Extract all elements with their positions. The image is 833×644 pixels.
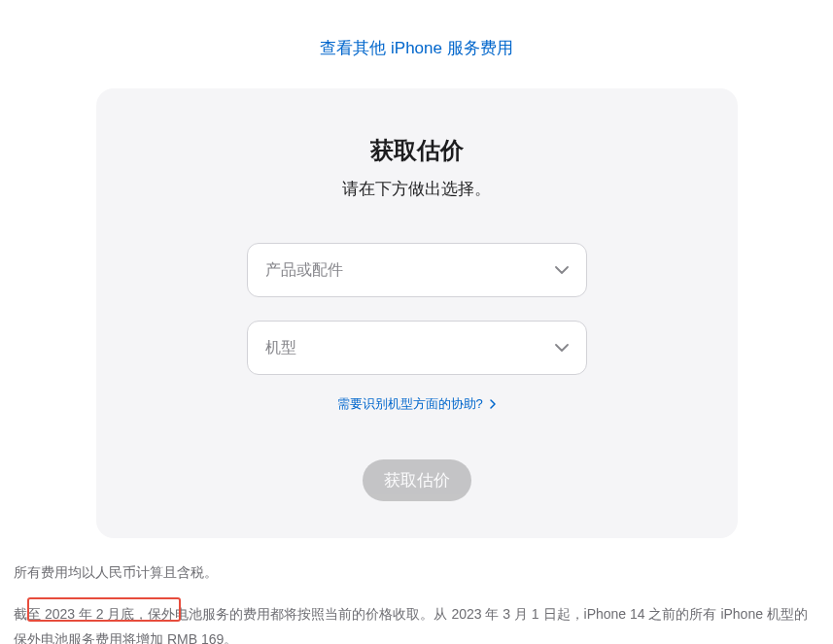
estimate-card: 获取估价 请在下方做出选择。 产品或配件 机型 需要识别机型方面的协助?	[96, 88, 738, 538]
chevron-down-icon	[555, 266, 569, 274]
chevron-down-icon	[555, 344, 569, 352]
card-title: 获取估价	[135, 135, 699, 166]
other-iphone-service-link[interactable]: 查看其他 iPhone 服务费用	[320, 39, 512, 57]
model-select[interactable]: 机型	[247, 321, 587, 375]
model-select-placeholder: 机型	[265, 338, 296, 358]
help-link-wrap: 需要识别机型方面的协助?	[135, 394, 699, 413]
get-estimate-button[interactable]: 获取估价	[363, 459, 471, 501]
footer-text-2: 截至 2023 年 2 月底，保外电池服务的费用都将按照当前的价格收取。从 20…	[10, 601, 823, 644]
product-select-wrap: 产品或配件	[247, 243, 587, 297]
top-link: 查看其他 iPhone 服务费用	[10, 0, 823, 88]
footer-text-1: 所有费用均以人民币计算且含税。	[10, 559, 823, 586]
product-select[interactable]: 产品或配件	[247, 243, 587, 297]
product-select-placeholder: 产品或配件	[265, 260, 343, 281]
card-subtitle: 请在下方做出选择。	[135, 178, 699, 200]
identify-model-help-link[interactable]: 需要识别机型方面的协助?	[337, 396, 497, 411]
footer: 所有费用均以人民币计算且含税。 截至 2023 年 2 月底，保外电池服务的费用…	[10, 559, 823, 644]
model-select-wrap: 机型	[247, 321, 587, 375]
help-link-text: 需要识别机型方面的协助?	[337, 396, 483, 411]
chevron-right-icon	[490, 397, 496, 412]
